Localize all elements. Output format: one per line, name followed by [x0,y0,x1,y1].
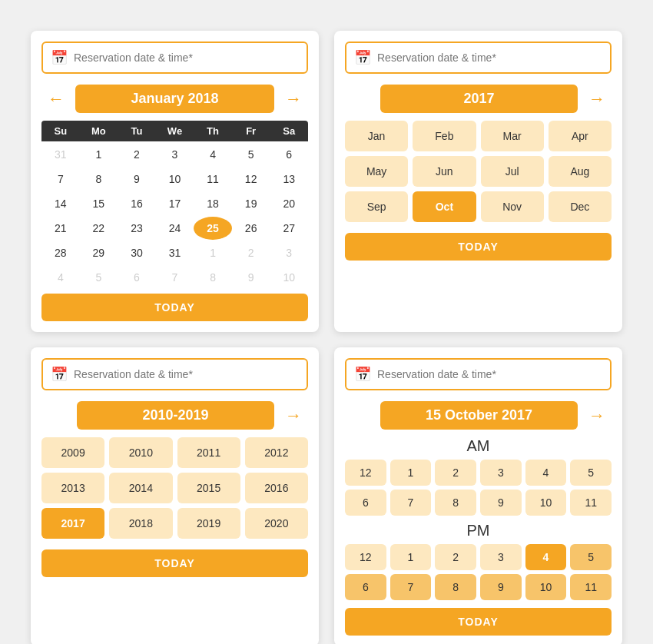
day-cell[interactable]: 8 [80,168,118,191]
year-cell[interactable]: 2020 [245,508,308,539]
month-cell[interactable]: Jan [345,121,408,151]
day-cell[interactable]: 11 [194,168,232,191]
month-cell[interactable]: Mar [481,121,544,151]
day-cell[interactable]: 31 [156,241,194,264]
pm-hour-cell[interactable]: 11 [570,574,612,600]
next-date-button[interactable]: → [582,403,612,429]
year-cell[interactable]: 2016 [245,473,308,503]
am-hour-cell[interactable]: 5 [570,460,612,486]
day-cell[interactable]: 16 [118,192,156,215]
day-cell[interactable]: 9 [232,266,270,289]
input-row-4[interactable]: 📅 [345,358,612,390]
day-cell[interactable]: 22 [80,217,118,240]
pm-hour-cell[interactable]: 8 [435,574,476,600]
next-month-button[interactable]: → [279,86,308,112]
day-cell[interactable]: 29 [80,241,118,264]
today-button-3[interactable]: TODAY [41,549,308,577]
day-cell[interactable]: 8 [194,266,232,289]
day-cell[interactable]: 24 [156,217,194,240]
day-cell[interactable]: 3 [270,241,308,264]
month-cell[interactable]: Aug [549,156,612,187]
am-hour-cell[interactable]: 3 [480,460,522,486]
day-cell[interactable]: 28 [41,241,80,264]
day-cell[interactable]: 9 [118,168,156,191]
today-button-1[interactable]: TODAY [41,294,308,321]
day-cell[interactable]: 10 [270,266,308,289]
day-cell[interactable]: 26 [232,217,270,240]
pm-hour-cell[interactable]: 3 [480,544,522,570]
input-row-1[interactable]: 📅 [41,41,308,74]
am-hour-cell[interactable]: 9 [480,490,522,516]
date-input-2[interactable] [377,51,602,64]
date-input-3[interactable] [74,368,299,380]
am-hour-cell[interactable]: 12 [345,460,386,486]
am-hour-cell[interactable]: 7 [390,490,432,516]
day-cell[interactable]: 18 [194,192,232,215]
day-cell[interactable]: 5 [232,143,270,166]
prev-month-button[interactable]: ← [41,86,71,112]
year-cell[interactable]: 2015 [177,473,240,503]
month-cell[interactable]: Jul [481,156,544,187]
year-cell[interactable]: 2019 [177,508,240,539]
month-cell[interactable]: May [345,156,408,187]
am-hour-cell[interactable]: 10 [525,490,567,516]
day-cell[interactable]: 6 [270,143,308,166]
am-hour-cell[interactable]: 2 [435,460,476,486]
day-cell[interactable]: 25 [194,217,232,240]
month-cell[interactable]: Nov [481,191,544,222]
day-cell[interactable]: 10 [156,168,194,191]
month-cell[interactable]: Feb [413,121,476,151]
day-cell[interactable]: 15 [80,192,118,215]
day-cell[interactable]: 12 [232,168,270,191]
day-cell[interactable]: 17 [156,192,194,215]
day-cell[interactable]: 1 [194,241,232,264]
day-cell[interactable]: 23 [118,217,156,240]
pm-hour-cell[interactable]: 4 [525,544,567,570]
month-cell[interactable]: Oct [413,191,476,222]
year-cell[interactable]: 2011 [177,437,240,468]
year-cell[interactable]: 2014 [109,473,172,503]
month-cell[interactable]: Sep [345,191,408,222]
day-cell[interactable]: 7 [156,266,194,289]
pm-hour-cell[interactable]: 10 [525,574,567,600]
pm-hour-cell[interactable]: 9 [480,574,522,600]
day-cell[interactable]: 4 [194,143,232,166]
pm-hour-cell[interactable]: 1 [390,544,432,570]
day-cell[interactable]: 30 [118,241,156,264]
day-cell[interactable]: 2 [118,143,156,166]
pm-hour-cell[interactable]: 7 [390,574,432,600]
pm-hour-cell[interactable]: 6 [345,574,386,600]
pm-hour-cell[interactable]: 12 [345,544,386,570]
input-row-3[interactable]: 📅 [41,358,308,390]
am-hour-cell[interactable]: 4 [525,460,567,486]
year-cell[interactable]: 2012 [245,437,308,468]
year-cell[interactable]: 2013 [41,473,104,503]
next-decade-button[interactable]: → [279,403,308,429]
am-hour-cell[interactable]: 1 [390,460,432,486]
input-row-2[interactable]: 📅 [345,41,612,74]
today-button-2[interactable]: TODAY [345,233,612,261]
next-year-button[interactable]: → [582,86,612,112]
month-cell[interactable]: Jun [413,156,476,187]
am-hour-cell[interactable]: 8 [435,490,476,516]
date-input-4[interactable] [377,368,602,380]
day-cell[interactable]: 20 [270,192,308,215]
day-cell[interactable]: 27 [270,217,308,240]
month-cell[interactable]: Apr [549,121,612,151]
day-cell[interactable]: 7 [41,168,80,191]
year-cell[interactable]: 2017 [41,508,104,539]
month-cell[interactable]: Dec [549,191,612,222]
day-cell[interactable]: 3 [156,143,194,166]
day-cell[interactable]: 21 [41,217,80,240]
year-cell[interactable]: 2018 [109,508,172,539]
pm-hour-cell[interactable]: 5 [570,544,612,570]
year-cell[interactable]: 2010 [109,437,172,468]
day-cell[interactable]: 2 [232,241,270,264]
year-cell[interactable]: 2009 [41,437,104,468]
am-hour-cell[interactable]: 11 [570,490,612,516]
day-cell[interactable]: 6 [118,266,156,289]
day-cell[interactable]: 1 [80,143,118,166]
pm-hour-cell[interactable]: 2 [435,544,476,570]
date-input-1[interactable] [74,51,299,64]
day-cell[interactable]: 13 [270,168,308,191]
